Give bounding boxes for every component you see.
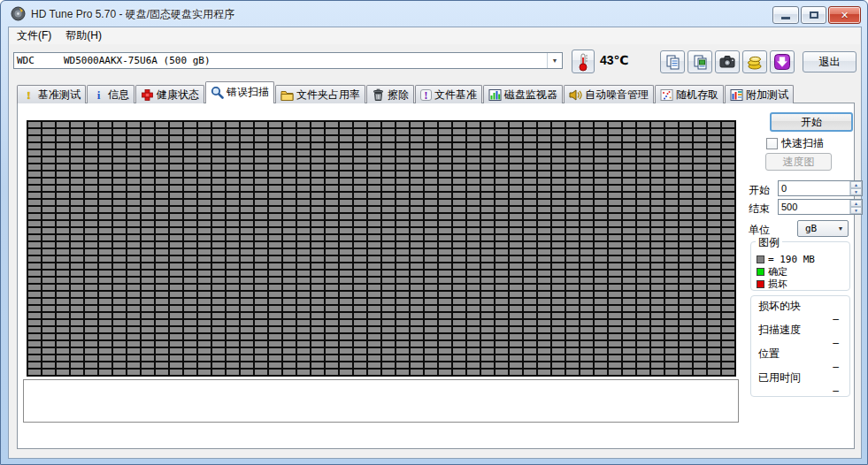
copy-image-icon (692, 54, 709, 71)
error-scan-icon (211, 86, 224, 99)
stat-elapsed: 已用时间 – (758, 370, 842, 394)
download-arrow-icon (773, 53, 791, 71)
noise-management-icon (569, 88, 582, 102)
stat-bad-blocks: 损坏的块 – (758, 299, 842, 323)
end-spinner[interactable]: ▲ ▼ (849, 200, 862, 214)
tab-label: 基准测试 (38, 88, 81, 103)
window-title: HD Tune Pro 5.70 - 硬盘/固态硬盘实用程序 (31, 7, 234, 22)
tab-info[interactable]: i 信息 (87, 85, 134, 103)
purchase-button[interactable] (742, 50, 767, 73)
tab-label: 随机存取 (676, 88, 718, 103)
unit-select-value: gB (798, 223, 833, 234)
start-scan-label: 开始 (801, 115, 822, 130)
chevron-down-icon[interactable]: ▼ (547, 53, 562, 68)
copy-text-button[interactable] (660, 50, 685, 73)
chevron-down-icon: ▼ (833, 225, 848, 232)
exit-label: 退出 (819, 55, 841, 70)
hd-tune-window: HD Tune Pro 5.70 - 硬盘/固态硬盘实用程序 ✕ 文件(F) 帮… (0, 0, 868, 465)
spin-down-icon[interactable]: ▼ (850, 188, 862, 195)
legend-block-size: = 190 MB (757, 253, 844, 265)
tab-file-benchmark[interactable]: ! 文件基准 (415, 85, 482, 103)
tab-label: 健康状态 (157, 88, 199, 103)
minimize-button[interactable] (772, 6, 799, 24)
menu-bar: 文件(F) 帮助(H) (10, 27, 860, 44)
scan-block-grid (27, 120, 736, 377)
tab-benchmark[interactable]: ! 基准测试 (17, 85, 86, 103)
end-input[interactable] (779, 200, 849, 214)
start-scan-button[interactable]: 开始 (770, 112, 853, 132)
legend-damaged-label: 损坏 (768, 278, 787, 291)
speed-map-label: 速度图 (783, 155, 815, 170)
end-field[interactable]: ▲ ▼ (778, 199, 863, 215)
stat-value: – (758, 385, 842, 397)
quick-scan-checkbox[interactable] (766, 138, 778, 149)
benchmark-icon: ! (22, 88, 35, 102)
damaged-swatch (757, 280, 764, 288)
tab-folder-usage[interactable]: 文件夹占用率 (275, 85, 365, 103)
tab-extra-tests[interactable]: 附加测试 (725, 85, 794, 103)
spin-down-icon[interactable]: ▼ (850, 207, 862, 214)
tab-erase[interactable]: 擦除 (366, 85, 414, 103)
block-swatch (757, 255, 764, 263)
quick-scan-label: 快速扫描 (781, 136, 824, 151)
copy-text-icon (664, 54, 681, 71)
update-button[interactable] (770, 50, 795, 73)
legend-group: 图例 = 190 MB 确定 损坏 (750, 241, 850, 291)
extra-tests-icon (730, 88, 743, 102)
drive-select-value: WDC WD5000AAKX-75U6A (500 gB) (14, 55, 547, 66)
disk-monitor-icon (488, 88, 502, 102)
end-field-label: 结束 (749, 202, 770, 217)
tab-label: 错误扫描 (227, 85, 269, 100)
exit-button[interactable]: 退出 (803, 51, 856, 72)
spin-up-icon[interactable]: ▲ (850, 181, 862, 188)
tab-label: 附加测试 (746, 88, 788, 103)
start-input[interactable] (779, 181, 849, 195)
start-spinner[interactable]: ▲ ▼ (849, 181, 862, 195)
title-bar[interactable]: HD Tune Pro 5.70 - 硬盘/固态硬盘实用程序 ✕ (1, 1, 867, 27)
unit-select[interactable]: gB ▼ (797, 220, 849, 237)
tab-label: 磁盘监视器 (504, 88, 557, 103)
quick-scan-option[interactable]: 快速扫描 (766, 136, 824, 151)
spin-up-icon[interactable]: ▲ (850, 200, 862, 207)
client-area: 文件(F) 帮助(H) WDC WD5000AAKX-75U6A (500 gB… (8, 27, 862, 459)
tab-label: 文件基准 (434, 88, 477, 103)
start-field-label: 开始 (749, 183, 770, 198)
file-benchmark-icon: ! (420, 89, 432, 101)
screenshot-button[interactable] (715, 50, 740, 73)
close-icon: ✕ (841, 10, 849, 21)
camera-icon (718, 54, 736, 70)
drive-select[interactable]: WDC WD5000AAKX-75U6A (500 gB) ▼ (13, 52, 563, 69)
tab-random-access[interactable]: 随机存取 (655, 85, 724, 103)
minimize-icon (781, 17, 790, 19)
temperature-button[interactable] (572, 50, 595, 73)
start-field[interactable]: ▲ ▼ (778, 180, 863, 196)
random-access-icon (660, 88, 673, 102)
stat-label: 扫描速度 (758, 323, 842, 338)
stat-position: 位置 – (758, 347, 842, 370)
tab-disk-monitor[interactable]: 磁盘监视器 (483, 85, 563, 103)
tab-label: 文件夹占用率 (296, 88, 360, 103)
gold-coins-icon (746, 54, 764, 71)
menu-help[interactable]: 帮助(H) (58, 27, 109, 45)
tab-label: 信息 (108, 88, 129, 103)
ok-swatch (757, 268, 764, 276)
tab-noise-management[interactable]: 自动噪音管理 (564, 85, 654, 103)
tab-error-scan[interactable]: 错误扫描 (205, 81, 274, 103)
scan-status-box (23, 379, 739, 423)
stat-scan-speed: 扫描速度 – (758, 323, 842, 347)
close-button[interactable]: ✕ (828, 6, 861, 24)
legend-title: 图例 (756, 235, 782, 250)
stat-label: 已用时间 (758, 370, 842, 385)
tab-bar: ! 基准测试 i 信息 健康状态 (17, 81, 855, 103)
legend-ok-label: 确定 (768, 265, 787, 278)
maximize-button[interactable] (801, 6, 826, 24)
stat-label: 损坏的块 (758, 299, 842, 314)
copy-image-button[interactable] (687, 50, 712, 73)
maximize-icon (810, 11, 818, 19)
temperature-value: 43℃ (600, 53, 629, 67)
folder-usage-icon (280, 88, 294, 102)
speed-map-button[interactable]: 速度图 (765, 153, 832, 171)
menu-file[interactable]: 文件(F) (10, 27, 58, 45)
tab-health[interactable]: 健康状态 (135, 85, 204, 103)
legend-block-size-label: = 190 MB (768, 254, 815, 265)
